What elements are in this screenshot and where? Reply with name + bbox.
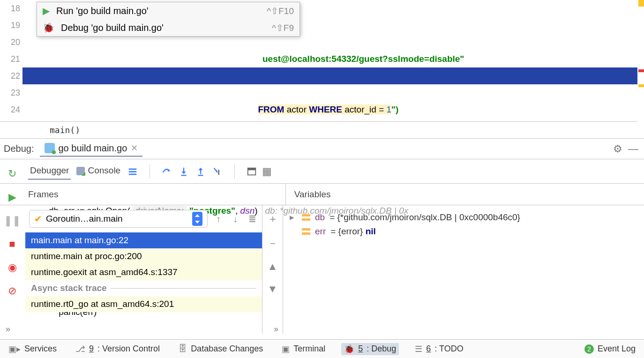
- warning-marker[interactable]: [638, 84, 644, 87]
- frame-item[interactable]: runtime.main at proc.go:200: [25, 248, 262, 264]
- menu-shortcut: ^⇧F10: [267, 6, 294, 16]
- play-icon: ▶: [43, 5, 50, 16]
- line-number-gutter: 18 19 20 21 22 23 24: [0, 0, 22, 121]
- run-context-menu: ▶ Run 'go build main.go' ^⇧F10 🐞 Debug '…: [37, 2, 300, 37]
- sb-mnemonic: 6: [426, 344, 431, 354]
- line-number: 20: [0, 34, 20, 51]
- tool-window-terminal[interactable]: ▣Terminal: [279, 343, 328, 355]
- frame-item[interactable]: main.main at main.go:22: [25, 232, 262, 248]
- sb-label: Database Changes: [191, 344, 263, 354]
- breakpoint-marker[interactable]: [638, 69, 644, 72]
- sb-label: : Debug: [367, 344, 396, 354]
- console-icon: [76, 167, 85, 175]
- rerun-icon[interactable]: ↻: [6, 168, 18, 180]
- sb-label: : Version Control: [97, 344, 160, 354]
- sql-keyword: FROM: [258, 104, 285, 114]
- variable-icon: [302, 214, 310, 221]
- async-text: Async stack trace: [31, 283, 107, 293]
- frame-item[interactable]: runtime.rt0_go at asm_amd64.s:201: [25, 296, 262, 312]
- variables-toolbar: ＋ － ▲ ▼: [262, 205, 283, 334]
- check-icon: ✔: [34, 213, 42, 224]
- more-icon[interactable]: »: [6, 324, 10, 334]
- todo-icon: ☰: [415, 344, 422, 354]
- database-icon: 🗄: [179, 344, 187, 354]
- tool-window-services[interactable]: ▣▸Services: [6, 343, 60, 355]
- sb-mnemonic: 9: [89, 344, 94, 354]
- variable-value: = {*github.com/jmoiron/sqlx.DB | 0xc0000…: [329, 212, 520, 223]
- go-file-icon: [45, 143, 55, 153]
- code-string: "): [391, 104, 398, 114]
- variable-name: err: [315, 226, 326, 237]
- line-number: 23: [0, 84, 20, 101]
- more-icon[interactable]: »: [274, 324, 278, 334]
- menu-item-debug[interactable]: 🐞 Debug 'go build main.go' ^⇧F9: [37, 19, 300, 36]
- frames-toolbar: ✔ Goroutin…ain.main ↑ ↓ ≣: [25, 205, 262, 232]
- frames-panel: ✔ Goroutin…ain.main ↑ ↓ ≣ main.main at m…: [0, 205, 262, 334]
- warning-marker[interactable]: [638, 0, 644, 7]
- resume-icon[interactable]: ▶: [6, 191, 18, 203]
- line-number: 19: [0, 17, 20, 34]
- menu-shortcut: ^⇧F9: [272, 22, 294, 33]
- bug-icon: 🐞: [43, 22, 54, 33]
- status-bar: ▣▸Services ⎇9: Version Control 🗄Database…: [0, 339, 644, 358]
- line-number: 22: [0, 67, 20, 84]
- next-frame-icon[interactable]: ↓: [229, 213, 241, 225]
- filter-frames-icon[interactable]: ≣: [246, 213, 258, 225]
- variable-name: db: [315, 212, 325, 223]
- expand-icon[interactable]: ▸: [290, 212, 297, 223]
- menu-label: Debug 'go build main.go': [61, 22, 265, 33]
- debug-body: ✔ Goroutin…ain.main ↑ ↓ ≣ main.main at m…: [0, 205, 644, 334]
- code-number: 1: [387, 104, 392, 114]
- line-number: 21: [0, 51, 20, 67]
- variable-value: = {error} nil: [330, 226, 376, 237]
- terminal-icon: ▣: [282, 344, 290, 354]
- sb-label: Terminal: [293, 344, 325, 354]
- services-icon: ▣▸: [8, 344, 21, 354]
- branch-icon: ⎇: [75, 344, 85, 354]
- code-text: actor: [284, 104, 309, 114]
- frame-list: main.main at main.go:22 runtime.main at …: [25, 232, 262, 312]
- sb-label: Event Log: [598, 344, 636, 354]
- editor-area: 18 19 20 21 22 23 24 xxxxxxxxxxxxxxxxxxx…: [0, 0, 644, 122]
- code-text: actor_id =: [342, 104, 387, 114]
- event-log[interactable]: 2Event Log: [582, 343, 638, 355]
- frame-item[interactable]: runtime.goexit at asm_amd64.s:1337: [25, 264, 262, 280]
- goroutine-label: Goroutin…ain.main: [46, 214, 123, 224]
- code-string: uest@localhost:54332/guest?sslmode=disab…: [262, 54, 464, 64]
- menu-label: Run 'go build main.go': [56, 6, 260, 16]
- execution-line-highlight: [22, 67, 638, 84]
- sb-label: : TODO: [434, 344, 463, 354]
- variable-row[interactable]: err = {error} nil: [290, 224, 637, 239]
- add-watch-icon[interactable]: ＋: [268, 212, 278, 226]
- error-stripe[interactable]: [637, 0, 644, 122]
- variable-icon: [302, 228, 310, 235]
- variables-panel: ▸ db = {*github.com/jmoiron/sqlx.DB | 0x…: [283, 205, 644, 334]
- line-number: 18: [0, 0, 20, 17]
- move-down-icon[interactable]: ▼: [268, 283, 278, 295]
- tool-window-todo[interactable]: ☰6: TODO: [412, 343, 466, 355]
- menu-item-run[interactable]: ▶ Run 'go build main.go' ^⇧F10: [37, 2, 300, 19]
- goroutine-selector[interactable]: ✔ Goroutin…ain.main: [29, 210, 208, 228]
- bug-icon: 🐞: [344, 344, 354, 354]
- line-number: 24: [0, 101, 20, 118]
- event-count-badge: 2: [584, 344, 594, 354]
- remove-watch-icon[interactable]: －: [268, 236, 278, 250]
- async-stack-label: Async stack trace: [25, 280, 262, 296]
- variable-row[interactable]: ▸ db = {*github.com/jmoiron/sqlx.DB | 0x…: [290, 210, 637, 224]
- sql-keyword: WHERE: [309, 104, 342, 114]
- sb-mnemonic: 5: [358, 344, 363, 354]
- tool-window-database-changes[interactable]: 🗄Database Changes: [176, 343, 266, 355]
- stepper-icon[interactable]: [192, 212, 202, 226]
- tool-window-debug[interactable]: 🐞5: Debug: [341, 343, 399, 355]
- move-up-icon[interactable]: ▲: [268, 261, 278, 273]
- previous-frame-icon[interactable]: ↑: [212, 213, 225, 225]
- tool-window-vcs[interactable]: ⎇9: Version Control: [73, 343, 163, 355]
- sb-label: Services: [24, 344, 57, 354]
